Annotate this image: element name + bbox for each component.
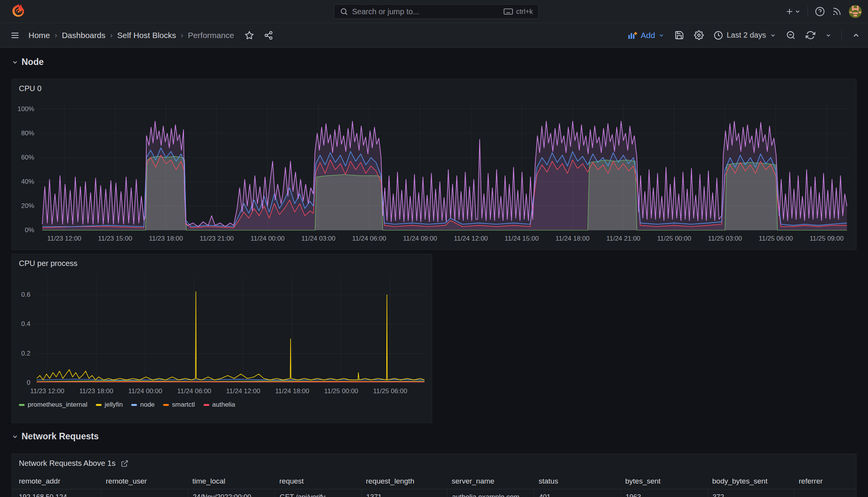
- external-link-icon[interactable]: [121, 460, 129, 467]
- x-axis-tick: 11/24 12:00: [216, 387, 270, 395]
- breadcrumb-item-dashboards[interactable]: Dashboards: [62, 31, 105, 40]
- panel-title[interactable]: CPU per process: [19, 259, 77, 268]
- y-axis-tick: 20%: [12, 202, 34, 210]
- legend-item-jellyfin[interactable]: jellyfin: [96, 401, 123, 409]
- share-icon[interactable]: [264, 31, 273, 40]
- legend-item-prometheus_internal[interactable]: prometheus_internal: [19, 401, 87, 409]
- column-header-time_local[interactable]: time_local: [188, 477, 275, 485]
- y-axis-tick: 0: [12, 379, 30, 387]
- column-header-body_bytes_sent[interactable]: body_bytes_sent: [708, 477, 794, 485]
- chevron-down-icon: [825, 32, 831, 38]
- legend-color-chip: [19, 404, 25, 406]
- help-icon[interactable]: [815, 7, 825, 17]
- dashboard-toolbar: Home›Dashboards›Self Host Blocks›Perform…: [0, 23, 868, 48]
- table-cell-request: GET /api/verify: [275, 489, 361, 497]
- keyboard-icon: [504, 8, 513, 15]
- section-row-network-requests[interactable]: Network Requests: [12, 431, 99, 442]
- series-line-smartctl: [37, 381, 424, 382]
- chart-canvas[interactable]: [39, 103, 849, 230]
- chevron-down-icon: [658, 32, 664, 38]
- breadcrumb: Home›Dashboards›Self Host Blocks›Perform…: [28, 31, 234, 40]
- chevron-down-icon: [770, 32, 776, 38]
- avatar[interactable]: [849, 5, 862, 18]
- x-axis-tick: 11/23 15:00: [88, 235, 142, 243]
- column-header-bytes_sent[interactable]: bytes_sent: [621, 477, 708, 485]
- settings-gear-icon[interactable]: [694, 30, 704, 40]
- save-icon[interactable]: [674, 30, 684, 40]
- search-placeholder: Search or jump to...: [352, 7, 504, 16]
- new-menu-button[interactable]: [786, 7, 801, 16]
- section-row-node[interactable]: Node: [12, 57, 44, 67]
- x-axis-tick: 11/24 03:00: [292, 235, 346, 243]
- legend-color-chip: [131, 404, 137, 406]
- x-axis-tick: 11/23 12:00: [20, 387, 74, 395]
- column-header-remote_addr[interactable]: remote_addr: [14, 477, 101, 485]
- column-header-request[interactable]: request: [275, 477, 361, 485]
- grafana-logo[interactable]: [10, 3, 27, 20]
- legend-item-smartctl[interactable]: smartctl: [163, 401, 195, 409]
- table-cell-body_bytes_sent: 372: [708, 489, 794, 497]
- column-header-referrer[interactable]: referrer: [794, 477, 852, 485]
- breadcrumb-item-home[interactable]: Home: [28, 31, 50, 40]
- y-axis-tick: 0.6: [12, 291, 30, 299]
- column-header-server_name[interactable]: server_name: [447, 477, 534, 485]
- chevron-down-icon: [12, 59, 18, 66]
- table-cell-referrer: [794, 489, 852, 497]
- legend-label: authelia: [212, 401, 235, 409]
- search-shortcut: ctrl+k: [504, 8, 533, 16]
- legend-label: prometheus_internal: [28, 401, 87, 409]
- y-axis-tick: 100%: [12, 105, 34, 113]
- x-axis-tick: 11/25 06:00: [749, 235, 803, 243]
- time-range-picker[interactable]: Last 2 days: [714, 31, 776, 40]
- search-icon: [340, 7, 348, 16]
- collapse-toolbar-icon[interactable]: [852, 31, 860, 40]
- topbar-divider: [808, 6, 808, 17]
- menu-icon[interactable]: [9, 31, 21, 40]
- chart-legend: prometheus_internaljellyfinnodesmartctla…: [19, 401, 235, 409]
- time-range-label: Last 2 days: [727, 31, 766, 40]
- x-axis-tick: 11/24 21:00: [596, 235, 650, 243]
- refresh-icon[interactable]: [806, 30, 815, 40]
- chart-canvas[interactable]: [35, 276, 426, 383]
- breadcrumb-item-self-host-blocks[interactable]: Self Host Blocks: [117, 31, 176, 40]
- x-axis-tick: 11/24 15:00: [495, 235, 549, 243]
- table-header-row: remote_addrremote_usertime_localrequestr…: [12, 473, 856, 489]
- x-axis-tick: 11/25 00:00: [647, 235, 701, 243]
- x-axis-tick: 11/25 09:00: [800, 235, 853, 243]
- x-axis-tick: 11/25 06:00: [363, 387, 417, 395]
- panel-cpu-per-process[interactable]: CPU per process prometheus_internaljelly…: [12, 254, 432, 423]
- table-cell-remote_addr: 192.168.50.124: [14, 489, 101, 497]
- column-header-status[interactable]: status: [534, 477, 621, 485]
- news-icon[interactable]: [832, 7, 842, 17]
- panel-title[interactable]: Network Requests Above 1s: [19, 459, 129, 468]
- legend-color-chip: [96, 404, 102, 406]
- legend-item-node[interactable]: node: [131, 401, 155, 409]
- favorite-star-icon[interactable]: [245, 31, 254, 40]
- table-body: 192.168.50.12424/Nov/2022:00:00GET /api/…: [12, 489, 856, 497]
- refresh-interval-dropdown[interactable]: [825, 32, 831, 38]
- column-header-remote_user[interactable]: remote_user: [101, 477, 188, 485]
- x-axis-tick: 11/23 18:00: [69, 387, 123, 395]
- legend-label: jellyfin: [105, 401, 123, 409]
- zoom-out-icon[interactable]: [786, 30, 796, 40]
- search-input[interactable]: Search or jump to... ctrl+k: [334, 4, 539, 19]
- panel-network-requests-above-1s[interactable]: Network Requests Above 1s remote_addrrem…: [12, 454, 856, 497]
- table-row[interactable]: 192.168.50.12424/Nov/2022:00:00GET /api/…: [12, 489, 856, 497]
- legend-label: node: [140, 401, 155, 409]
- x-axis-tick: 11/25 00:00: [314, 387, 368, 395]
- series-line-jellyfin: [37, 292, 424, 380]
- x-axis-tick: 11/24 00:00: [118, 387, 172, 395]
- x-axis-tick: 11/24 18:00: [265, 387, 319, 395]
- y-axis-tick: 0.4: [12, 320, 30, 328]
- panel-title[interactable]: CPU 0: [19, 84, 42, 93]
- column-header-request_length[interactable]: request_length: [361, 477, 447, 485]
- legend-color-chip: [204, 404, 209, 406]
- clock-icon: [714, 31, 723, 40]
- panel-cpu-0[interactable]: CPU 0 0%20%40%60%80%100%11/23 12:0011/23…: [12, 79, 856, 250]
- x-axis-tick: 11/24 12:00: [444, 235, 498, 243]
- x-axis-tick: 11/25 03:00: [698, 235, 752, 243]
- legend-item-authelia[interactable]: authelia: [204, 401, 235, 409]
- add-panel-button[interactable]: Add: [628, 31, 664, 40]
- x-axis-tick: 11/24 00:00: [240, 235, 294, 243]
- section-title-node: Node: [22, 57, 44, 67]
